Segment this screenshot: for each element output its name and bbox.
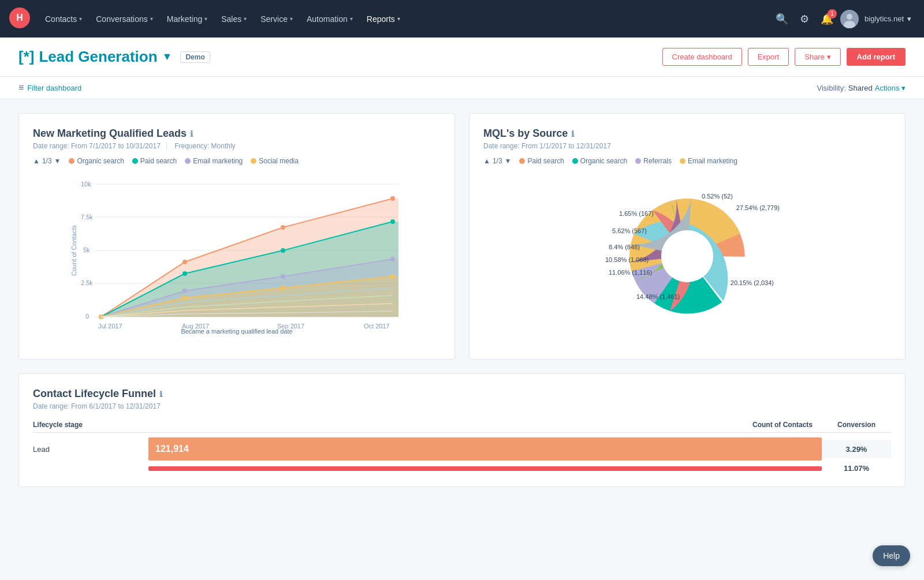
legend-dot-paid: [132, 158, 138, 164]
svg-text:Count of Contacts: Count of Contacts: [70, 224, 77, 276]
share-button[interactable]: Share ▾: [795, 48, 840, 66]
funnel-title: Contact Lifecycle Funnel ℹ: [33, 388, 891, 400]
svg-point-23: [281, 225, 285, 230]
funnel-bar-wrap-lead: 121,914: [148, 437, 822, 461]
svg-text:7.5k: 7.5k: [81, 214, 93, 220]
mql-chart-card: New Marketing Qualified Leads ℹ Date ran…: [18, 113, 455, 360]
export-button[interactable]: Export: [748, 48, 789, 66]
mql-info-icon[interactable]: ℹ: [190, 129, 193, 139]
svg-text:H: H: [16, 13, 23, 23]
mqls-dot-organic: [572, 158, 578, 164]
svg-point-40: [661, 230, 713, 282]
search-button[interactable]: 🔍: [771, 8, 793, 30]
svg-point-32: [182, 289, 187, 293]
notification-badge: 1: [828, 9, 837, 18]
user-menu[interactable]: biglytics.net ▾: [861, 10, 915, 28]
triangle-up-icon: ▲: [33, 157, 40, 165]
nav-item-automation[interactable]: Automation▾: [301, 10, 359, 28]
mqls-triangle-down-icon: ▼: [505, 157, 512, 165]
legend-social-media: Social media: [251, 157, 299, 165]
legend-dot-organic: [69, 158, 74, 164]
funnel-bar-lead: 121,914: [148, 437, 822, 461]
legend-organic-search: Organic search: [69, 157, 124, 165]
nav-item-conversations[interactable]: Conversations▾: [90, 10, 159, 28]
mqls-dot-referrals: [635, 158, 641, 164]
mqls-dot-email: [680, 158, 685, 164]
title-text: Lead Generation: [39, 48, 157, 66]
svg-text:5k: 5k: [83, 246, 90, 253]
funnel-conversion-lead: 3.29%: [822, 440, 891, 458]
mqls-legend-organic: Organic search: [572, 157, 627, 165]
mqls-legend-referrals: Referrals: [635, 157, 672, 165]
svg-text:Jul 2017: Jul 2017: [98, 323, 122, 330]
visibility-label: Visibility:: [817, 84, 845, 92]
funnel-card: Contact Lifecycle Funnel ℹ Date range: F…: [18, 373, 906, 487]
page-header: [*] Lead Generation ▼ Demo Create dashbo…: [0, 38, 924, 77]
user-name: biglytics.net: [865, 14, 904, 23]
svg-point-29: [390, 219, 395, 224]
svg-text:2.5k: 2.5k: [81, 279, 93, 286]
nav-item-marketing[interactable]: Marketing▾: [161, 10, 213, 28]
mql-chart-subtitle: Date range: From 7/1/2017 to 10/31/2017 …: [33, 142, 441, 150]
mqls-info-icon[interactable]: ℹ: [571, 129, 574, 139]
triangle-down-icon: ▼: [54, 157, 61, 165]
title-prefix: [*]: [18, 48, 34, 66]
mqls-source-subtitle: Date range: From 1/1/2017 to 12/31/2017: [483, 142, 891, 150]
title-dropdown-icon[interactable]: ▼: [162, 51, 173, 63]
chevron-icon: ▾: [79, 16, 82, 22]
legend-email-marketing: Email marketing: [185, 157, 243, 165]
mqls-source-title: MQL's by Source ℹ: [483, 128, 891, 140]
svg-text:Oct 2017: Oct 2017: [364, 323, 390, 330]
add-report-button[interactable]: Add report: [847, 48, 906, 66]
mql-pagination[interactable]: ▲ 1/3 ▼: [33, 157, 61, 165]
mqls-legend: ▲ 1/3 ▼ Paid search Organic search Refer…: [483, 157, 891, 165]
filter-dashboard-link[interactable]: Filter dashboard: [27, 84, 81, 92]
svg-point-37: [182, 295, 187, 300]
funnel-stage-lead: Lead: [33, 445, 148, 454]
chevron-icon: ▾: [150, 16, 153, 22]
settings-button[interactable]: ⚙: [795, 8, 814, 30]
notifications-button[interactable]: 🔔 1: [816, 8, 838, 30]
navbar: H const navData = JSON.parse(document.ge…: [0, 0, 924, 38]
legend-dot-social: [251, 158, 256, 164]
nav-item-contacts[interactable]: Contacts▾: [39, 10, 88, 28]
nav-item-sales[interactable]: Sales▾: [215, 10, 252, 28]
funnel-next-bar: [148, 466, 822, 471]
chevron-icon: ▾: [350, 16, 353, 22]
charts-row: New Marketing Qualified Leads ℹ Date ran…: [18, 113, 906, 360]
create-dashboard-button[interactable]: Create dashboard: [662, 48, 742, 66]
svg-text:0: 0: [85, 313, 89, 320]
funnel-row-next: 11.07%: [33, 464, 891, 473]
funnel-table: Lifecycle stage Count of Contacts Conver…: [33, 417, 891, 473]
svg-text:10k: 10k: [81, 181, 91, 188]
svg-point-34: [390, 257, 395, 261]
svg-point-33: [281, 274, 285, 279]
mqls-legend-email: Email marketing: [680, 157, 737, 165]
mqls-pagination[interactable]: ▲ 1/3 ▼: [483, 157, 511, 165]
nav-item-reports[interactable]: Reports▾: [361, 10, 406, 28]
filter-icon: ≡: [18, 83, 24, 93]
svg-point-22: [182, 260, 187, 264]
svg-point-39: [390, 274, 395, 279]
nav-logo[interactable]: H: [9, 8, 30, 31]
main-content: New Marketing Qualified Leads ℹ Date ran…: [0, 99, 924, 501]
donut-chart-container: 0.52% (52) 1.65% (167) 5.62% (567) 8.4% …: [483, 170, 891, 345]
user-chevron-icon: ▾: [907, 14, 911, 23]
svg-point-24: [390, 196, 395, 201]
mqls-triangle-up-icon: ▲: [483, 157, 490, 165]
funnel-col-conversion: Conversion: [822, 421, 891, 429]
mqls-source-card: MQL's by Source ℹ Date range: From 1/1/2…: [469, 113, 906, 360]
funnel-info-icon[interactable]: ℹ: [159, 390, 162, 399]
header-actions: Create dashboard Export Share ▾ Add repo…: [662, 48, 906, 66]
chevron-icon: ▾: [244, 16, 247, 22]
actions-button[interactable]: Actions ▾: [875, 84, 906, 92]
chevron-icon: ▾: [290, 16, 293, 22]
funnel-subtitle: Date range: From 6/1/2017 to 12/31/2017: [33, 402, 891, 410]
legend-dot-email: [185, 158, 191, 164]
funnel-header: Lifecycle stage Count of Contacts Conver…: [33, 417, 891, 433]
legend-paid-search: Paid search: [132, 157, 177, 165]
page-title: [*] Lead Generation ▼ Demo: [18, 48, 210, 66]
mql-chart-area: 0 2.5k 5k 7.5k 10k Jul 2017 Aug 2017 Sep…: [33, 170, 441, 335]
filter-bar: ≡ Filter dashboard Visibility: Shared Ac…: [0, 77, 924, 99]
nav-item-service[interactable]: Service▾: [255, 10, 299, 28]
